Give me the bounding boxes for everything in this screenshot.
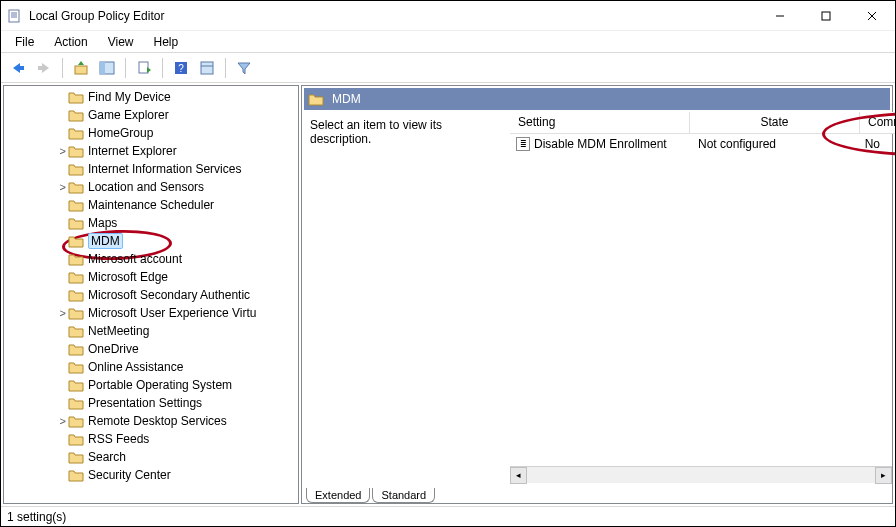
svg-text:?: ? — [178, 63, 184, 74]
tree-item[interactable]: RSS Feeds — [4, 430, 298, 448]
tree-item-label: Maps — [88, 216, 117, 230]
tree-item[interactable]: MDM — [4, 232, 298, 250]
expander-icon[interactable]: > — [4, 181, 68, 193]
tree-scrollable[interactable]: Find My DeviceGame ExplorerHomeGroup>Int… — [4, 86, 298, 503]
tree-item[interactable]: Security Center — [4, 466, 298, 484]
svg-rect-9 — [19, 66, 24, 70]
tree-item[interactable]: Microsoft Edge — [4, 268, 298, 286]
tree-item[interactable]: Maps — [4, 214, 298, 232]
svg-rect-0 — [9, 10, 19, 22]
column-setting[interactable]: Setting — [510, 112, 690, 134]
tree-item-label: MDM — [88, 233, 123, 249]
tree-item[interactable]: Maintenance Scheduler — [4, 196, 298, 214]
tab-extended[interactable]: Extended — [306, 488, 370, 503]
tree-item[interactable]: NetMeeting — [4, 322, 298, 340]
folder-icon — [68, 180, 84, 194]
svg-marker-13 — [78, 61, 84, 65]
tree-item-label: Find My Device — [88, 90, 171, 104]
tree-item[interactable]: Microsoft Secondary Authentic — [4, 286, 298, 304]
up-level-button[interactable] — [70, 57, 92, 79]
scroll-left-button[interactable]: ◂ — [510, 467, 527, 484]
tree-item[interactable]: Online Assistance — [4, 358, 298, 376]
svg-marker-28 — [69, 183, 83, 193]
tree-item[interactable]: >Remote Desktop Services — [4, 412, 298, 430]
folder-icon — [68, 126, 84, 140]
tree-item-label: Location and Sensors — [88, 180, 204, 194]
properties-button[interactable] — [196, 57, 218, 79]
view-tabs: Extended Standard — [302, 483, 892, 503]
expander-icon[interactable]: > — [4, 307, 68, 319]
folder-icon — [68, 378, 84, 392]
list-rows[interactable]: ≣Disable MDM EnrollmentNot configuredNo — [510, 134, 892, 466]
tree-item[interactable]: Presentation Settings — [4, 394, 298, 412]
folder-icon — [308, 92, 324, 106]
scroll-right-button[interactable]: ▸ — [875, 467, 892, 484]
help-button[interactable]: ? — [170, 57, 192, 79]
expander-icon[interactable]: > — [4, 415, 68, 427]
description-column: Select an item to view its description. — [302, 112, 510, 483]
svg-marker-44 — [69, 471, 83, 481]
settings-list: Setting State Comm ≣Disable MDM Enrollme… — [510, 112, 892, 483]
folder-icon — [68, 90, 84, 104]
tree-item-label: Search — [88, 450, 126, 464]
setting-comment: No — [860, 137, 892, 151]
tree-item[interactable]: Find My Device — [4, 88, 298, 106]
tree-item[interactable]: Portable Operating System — [4, 376, 298, 394]
details-header: MDM — [304, 88, 890, 110]
svg-marker-25 — [69, 129, 83, 139]
svg-marker-33 — [69, 273, 83, 283]
tree-item[interactable]: >Location and Sensors — [4, 178, 298, 196]
app-icon — [7, 8, 23, 24]
status-text: 1 setting(s) — [7, 510, 66, 524]
tree-item[interactable]: >Microsoft User Experience Virtu — [4, 304, 298, 322]
setting-row[interactable]: ≣Disable MDM EnrollmentNot configuredNo — [510, 134, 892, 154]
filter-button[interactable] — [233, 57, 255, 79]
folder-icon — [68, 234, 84, 248]
folder-icon — [68, 360, 84, 374]
column-comment[interactable]: Comm — [860, 112, 896, 134]
tree-item[interactable]: Search — [4, 448, 298, 466]
tree-item-label: Presentation Settings — [88, 396, 202, 410]
svg-marker-26 — [69, 147, 83, 157]
tree-item-label: Remote Desktop Services — [88, 414, 227, 428]
tree-item-label: Microsoft account — [88, 252, 182, 266]
details-pane: MDM Select an item to view its descripti… — [301, 85, 893, 504]
menu-view[interactable]: View — [98, 33, 144, 51]
menu-bar: File Action View Help — [1, 31, 895, 53]
svg-rect-15 — [100, 62, 105, 74]
tree-item[interactable]: >Internet Explorer — [4, 142, 298, 160]
svg-marker-43 — [69, 453, 83, 463]
tree-item[interactable]: Microsoft account — [4, 250, 298, 268]
description-text: Select an item to view its description. — [310, 118, 442, 146]
show-hide-tree-button[interactable] — [96, 57, 118, 79]
window-title: Local Group Policy Editor — [29, 9, 757, 23]
tree-item[interactable]: Internet Information Services — [4, 160, 298, 178]
tree-item[interactable]: OneDrive — [4, 340, 298, 358]
menu-help[interactable]: Help — [144, 33, 189, 51]
status-bar: 1 setting(s) — [1, 506, 895, 526]
maximize-button[interactable] — [803, 1, 849, 31]
close-button[interactable] — [849, 1, 895, 31]
svg-marker-37 — [69, 345, 83, 355]
menu-action[interactable]: Action — [44, 33, 97, 51]
back-button[interactable] — [7, 57, 29, 79]
forward-button[interactable] — [33, 57, 55, 79]
tree-item[interactable]: HomeGroup — [4, 124, 298, 142]
export-list-button[interactable] — [133, 57, 155, 79]
folder-icon — [68, 306, 84, 320]
tree-item[interactable]: Game Explorer — [4, 106, 298, 124]
horizontal-scrollbar[interactable]: ◂ ▸ — [510, 466, 892, 483]
svg-rect-16 — [139, 62, 148, 73]
folder-icon — [68, 216, 84, 230]
column-state[interactable]: State — [690, 112, 860, 134]
menu-file[interactable]: File — [5, 33, 44, 51]
svg-marker-39 — [69, 381, 83, 391]
minimize-button[interactable] — [757, 1, 803, 31]
svg-marker-27 — [69, 165, 83, 175]
svg-rect-11 — [38, 66, 43, 70]
svg-marker-42 — [69, 435, 83, 445]
tab-standard[interactable]: Standard — [372, 488, 435, 503]
svg-rect-5 — [822, 12, 830, 20]
expander-icon[interactable]: > — [4, 145, 68, 157]
folder-icon — [68, 144, 84, 158]
